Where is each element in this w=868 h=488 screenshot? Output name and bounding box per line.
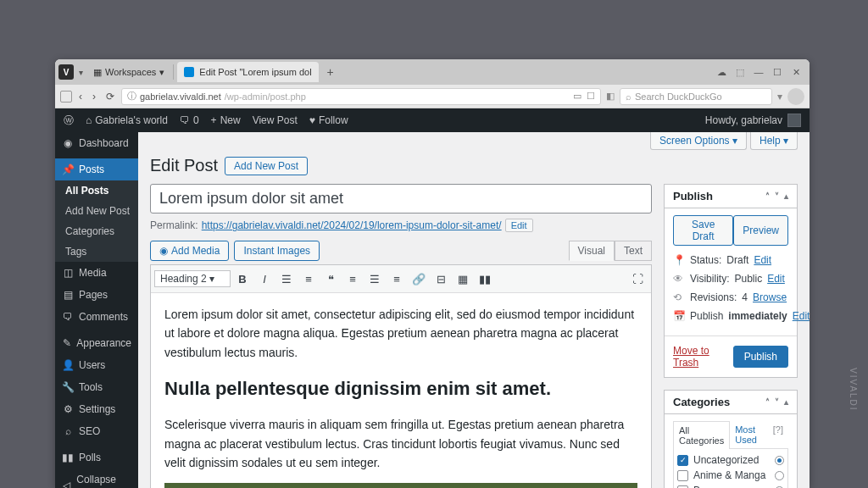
tab-all-categories[interactable]: All Categories bbox=[673, 421, 730, 449]
box-down-icon[interactable]: ˅ bbox=[775, 397, 779, 407]
categories-help-icon[interactable]: [?] bbox=[768, 421, 788, 448]
workspaces-button[interactable]: ▦ Workspaces ▾ bbox=[88, 64, 170, 80]
box-toggle-icon[interactable]: ▴ bbox=[784, 397, 788, 407]
preview-button[interactable]: Preview bbox=[733, 215, 788, 246]
forward-button[interactable]: › bbox=[91, 89, 97, 104]
instant-images-button[interactable]: Instant Images bbox=[234, 241, 320, 261]
category-checkbox[interactable] bbox=[677, 470, 688, 481]
edit-permalink-button[interactable]: Edit bbox=[505, 219, 533, 232]
category-item[interactable]: Anime & Manga bbox=[677, 468, 784, 483]
browser-tab[interactable]: Edit Post "Lorem ipsum dol bbox=[177, 62, 318, 82]
more-button[interactable]: ⊟ bbox=[431, 269, 451, 289]
add-media-button[interactable]: ◉Add Media bbox=[150, 241, 229, 261]
submenu-add-new[interactable]: Add New Post bbox=[55, 201, 138, 221]
menu-polls[interactable]: ▮▮Polls bbox=[55, 446, 138, 469]
menu-collapse[interactable]: ◁Collapse menu bbox=[55, 469, 138, 488]
menu-tools[interactable]: 🔧Tools bbox=[55, 376, 138, 398]
number-list-button[interactable]: ≡ bbox=[298, 269, 319, 289]
screen-options-tab[interactable]: Screen Options ▾ bbox=[650, 132, 747, 150]
url-input[interactable]: ⓘ gabrielav.vivaldi.net/wp-admin/post.ph… bbox=[121, 88, 601, 105]
blocker-icon[interactable]: ◧ bbox=[606, 91, 615, 102]
category-primary-radio[interactable] bbox=[775, 471, 784, 480]
tab-title: Edit Post "Lorem ipsum dol bbox=[199, 67, 311, 77]
category-item[interactable]: ✓Uncategorized bbox=[677, 452, 784, 468]
menu-pages[interactable]: ▤Pages bbox=[55, 284, 138, 306]
category-list[interactable]: ✓UncategorizedAnime & MangaBrowserDesign… bbox=[673, 448, 788, 488]
category-primary-radio[interactable] bbox=[775, 456, 784, 465]
reader-icon[interactable]: ▭ bbox=[573, 91, 581, 102]
new-tab-button[interactable]: + bbox=[322, 64, 339, 80]
menu-appearance[interactable]: ✎Appearance bbox=[55, 332, 138, 354]
category-checkbox[interactable]: ✓ bbox=[677, 455, 688, 466]
cloud-icon[interactable]: ☁ bbox=[716, 67, 726, 77]
avatar-icon[interactable] bbox=[787, 114, 801, 127]
close-button[interactable]: ✕ bbox=[791, 67, 801, 77]
tab-text[interactable]: Text bbox=[615, 241, 652, 261]
workspaces-icon: ▦ bbox=[93, 67, 102, 78]
chart-button[interactable]: ▮▮ bbox=[475, 269, 495, 289]
post-title-input[interactable] bbox=[150, 184, 652, 214]
panel-toggle-button[interactable] bbox=[60, 91, 72, 103]
category-item[interactable]: Browser bbox=[677, 483, 784, 488]
edit-status-link[interactable]: Edit bbox=[754, 254, 771, 266]
align-left-button[interactable]: ≡ bbox=[342, 269, 363, 289]
format-select[interactable]: Heading 2 ▾ bbox=[154, 270, 231, 287]
follow-link[interactable]: ♥ Follow bbox=[309, 114, 348, 126]
site-info-icon[interactable]: ⓘ bbox=[127, 90, 136, 103]
back-button[interactable]: ‹ bbox=[77, 89, 84, 104]
howdy-text[interactable]: Howdy, gabrielav bbox=[705, 114, 782, 126]
tab-most-used[interactable]: Most Used bbox=[730, 421, 768, 448]
quote-button[interactable]: ❝ bbox=[320, 269, 341, 289]
menu-users[interactable]: 👤Users bbox=[55, 354, 138, 376]
publish-button[interactable]: Publish bbox=[733, 346, 788, 368]
link-button[interactable]: 🔗 bbox=[409, 269, 429, 289]
maximize-button[interactable]: ☐ bbox=[772, 67, 782, 77]
category-checkbox[interactable] bbox=[677, 485, 688, 489]
profile-button[interactable] bbox=[787, 88, 804, 105]
bullet-list-button[interactable]: ☰ bbox=[276, 269, 297, 289]
move-to-trash-link[interactable]: Move to Trash bbox=[673, 345, 733, 369]
extensions-icon[interactable]: ▾ bbox=[777, 91, 782, 103]
save-draft-button[interactable]: Save Draft bbox=[673, 215, 733, 246]
box-up-icon[interactable]: ˄ bbox=[765, 397, 770, 407]
help-tab[interactable]: Help ▾ bbox=[750, 132, 798, 150]
wp-logo-icon[interactable]: ⓦ bbox=[64, 114, 74, 128]
site-link[interactable]: ⌂ Gabriela's world bbox=[86, 114, 168, 126]
menu-dashboard[interactable]: ◉Dashboard bbox=[55, 132, 138, 154]
align-center-button[interactable]: ☰ bbox=[364, 269, 385, 289]
menu-seo[interactable]: ⌕SEO bbox=[55, 420, 138, 442]
fullscreen-button[interactable]: ⛶ bbox=[627, 269, 648, 289]
box-toggle-icon[interactable]: ▴ bbox=[784, 191, 788, 201]
vivaldi-logo-icon[interactable]: V bbox=[58, 64, 74, 80]
view-post-link[interactable]: View Post bbox=[253, 114, 298, 126]
editor-content-area[interactable]: Lorem ipsum dolor sit amet, consectetur … bbox=[151, 293, 651, 488]
new-link[interactable]: + New bbox=[211, 114, 241, 126]
reload-button[interactable]: ⟳ bbox=[104, 89, 116, 104]
bookmark-icon[interactable]: ☐ bbox=[587, 91, 595, 102]
content-image[interactable] bbox=[164, 483, 637, 488]
sync-icon[interactable]: ⬚ bbox=[735, 67, 745, 77]
add-new-post-button[interactable]: Add New Post bbox=[225, 157, 308, 175]
browse-revisions-link[interactable]: Browse bbox=[753, 291, 787, 303]
menu-v-icon[interactable]: ▾ bbox=[79, 68, 83, 77]
italic-button[interactable]: I bbox=[254, 269, 275, 289]
box-down-icon[interactable]: ˅ bbox=[775, 191, 779, 201]
align-right-button[interactable]: ≡ bbox=[387, 269, 407, 289]
search-input[interactable]: ⌕ Search DuckDuckGo bbox=[620, 88, 772, 105]
edit-visibility-link[interactable]: Edit bbox=[767, 273, 785, 285]
menu-settings[interactable]: ⚙Settings bbox=[55, 398, 138, 420]
menu-posts[interactable]: 📌Posts bbox=[55, 158, 138, 180]
permalink-link[interactable]: https://gabrielav.vivaldi.net/2024/02/19… bbox=[202, 219, 502, 231]
bold-button[interactable]: B bbox=[232, 269, 253, 289]
tab-visual[interactable]: Visual bbox=[569, 241, 615, 261]
menu-media[interactable]: ◫Media bbox=[55, 262, 138, 284]
comments-link[interactable]: 🗨 0 bbox=[180, 114, 199, 126]
submenu-categories[interactable]: Categories bbox=[55, 221, 138, 241]
minimize-button[interactable]: — bbox=[754, 67, 764, 77]
box-up-icon[interactable]: ˄ bbox=[765, 191, 770, 201]
edit-date-link[interactable]: Edit bbox=[793, 310, 810, 322]
toolbar-toggle-button[interactable]: ▦ bbox=[453, 269, 473, 289]
menu-comments[interactable]: 🗨Comments bbox=[55, 306, 138, 328]
submenu-all-posts[interactable]: All Posts bbox=[55, 180, 138, 201]
submenu-tags[interactable]: Tags bbox=[55, 241, 138, 262]
